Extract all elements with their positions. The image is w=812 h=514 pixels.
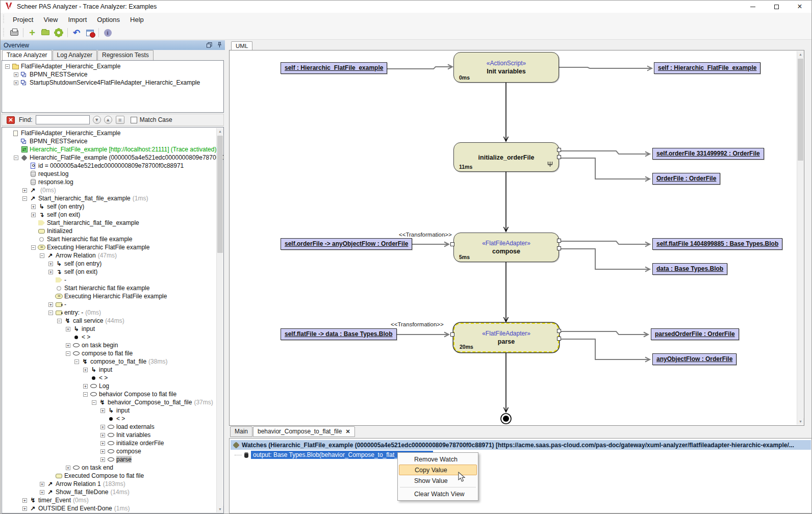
collapse-icon[interactable]: −	[48, 311, 53, 315]
object-node-compose-input[interactable]: self.orderFile -> anyObjectFlow : OrderF…	[281, 238, 412, 250]
tree-row[interactable]: −compose to flat file	[3, 349, 223, 357]
find-options-icon[interactable]: ≡	[116, 116, 124, 124]
object-node-self-in[interactable]: self : Hierarchic_FlatFile_example	[281, 62, 387, 74]
tree-row[interactable]: +↗Arrow Relation 1(183ms)	[3, 480, 223, 488]
tab-regression-tests[interactable]: Regression Tests	[97, 50, 154, 60]
tree-row[interactable]: ⇄Hierarchic_FlatFile_example [http://loc…	[3, 145, 223, 153]
toolbar-grip2[interactable]	[3, 28, 6, 37]
menu-item-clear-watch-view[interactable]: Clear Watch View	[399, 489, 477, 499]
object-node-data-blob[interactable]: data : Base Types.Blob	[652, 263, 727, 275]
scroll-up-icon[interactable]: ▲	[797, 51, 804, 58]
expand-icon[interactable]: +	[22, 188, 27, 193]
tree-row[interactable]: < >	[3, 415, 223, 423]
expand-icon[interactable]: +	[83, 368, 88, 372]
collapse-icon[interactable]: −	[74, 359, 79, 364]
expand-icon[interactable]: +	[48, 270, 53, 274]
tree-row[interactable]: +Init variables	[3, 431, 223, 439]
print-button[interactable]	[8, 27, 20, 38]
tree-row[interactable]: −Hierarchic_FlatFile_example (0000005a4e…	[3, 153, 223, 162]
expand-icon[interactable]: +	[100, 441, 105, 446]
info-button[interactable]: i	[102, 27, 114, 38]
tree-row[interactable]: BPMN_RESTService	[3, 137, 223, 145]
tree-row[interactable]: −↗Arrow Relation(47ms)	[3, 251, 223, 260]
tree-row[interactable]: −↯compose_to_flat_file(38ms)	[3, 357, 223, 366]
tree-row[interactable]: −FlatFileAdapter_Hierarchic_Example	[3, 62, 223, 70]
scrollbar-thumb[interactable]	[217, 136, 223, 253]
object-node-orderfile[interactable]: OrderFile : OrderFile	[652, 173, 720, 185]
action-node-initialize-orderfile[interactable]: initialize_orderFile 11ms	[453, 142, 559, 172]
tab-uml[interactable]: UML	[231, 41, 252, 50]
find-input[interactable]	[36, 115, 90, 124]
collapse-icon[interactable]: −	[66, 351, 70, 356]
expand-icon[interactable]: +	[66, 327, 70, 331]
tree-row[interactable]: id = 0000005a4e521edc0000000809e78700f0c…	[3, 162, 223, 170]
tree-row[interactable]: +↯timer_Event(0ms)	[3, 496, 223, 504]
trace-tree-scrollbar[interactable]: ▲ ▼	[216, 128, 223, 512]
tree-row[interactable]: Start hierarchic flat file example	[3, 284, 223, 292]
tree-row[interactable]: +↴self (on exit)	[3, 211, 223, 219]
expand-icon[interactable]: +	[100, 433, 105, 438]
object-node-parse-input[interactable]: self.flatFile -> data : Base Types.Blob	[281, 328, 397, 340]
scrollbar-thumb[interactable]	[798, 59, 803, 161]
menu-view[interactable]: View	[38, 14, 63, 25]
collapse-icon[interactable]: −	[92, 400, 96, 405]
tree-row[interactable]: < >	[3, 333, 223, 341]
expand-icon[interactable]: +	[100, 425, 105, 429]
watches-header[interactable]: Watches (Hierarchic_FlatFile_example (00…	[231, 440, 811, 450]
find-prev-icon[interactable]: ▲	[104, 116, 112, 124]
diagram-scrollbar[interactable]: ▲ ▼	[797, 51, 803, 425]
object-node-self-flatfile[interactable]: self.flatFile 1404899885 : Base Types.Bl…	[652, 238, 782, 250]
tree-row[interactable]: +↳self (on entry)	[3, 202, 223, 211]
tree-row[interactable]: +StartupShutdownService4FlatFileAdapter_…	[3, 79, 223, 87]
toolbar-grip[interactable]	[3, 15, 6, 24]
tree-row[interactable]: response.log	[3, 178, 223, 186]
collapse-icon[interactable]: −	[14, 156, 18, 160]
expand-icon[interactable]: +	[66, 343, 70, 348]
tree-row[interactable]: +↳input	[3, 325, 223, 333]
object-node-parsed-orderfile[interactable]: parsedOrderFile : OrderFile	[651, 328, 739, 340]
tab-log-analyzer[interactable]: Log Analyzer	[53, 50, 97, 60]
expand-icon[interactable]: +	[48, 262, 53, 266]
close-button[interactable]: ×	[788, 1, 811, 13]
expand-icon[interactable]: +	[40, 482, 44, 486]
collapse-icon[interactable]: −	[31, 245, 36, 250]
tree-row[interactable]: −behavior Compose to flat file	[3, 390, 223, 398]
menu-item-remove-watch[interactable]: Remove Watch	[399, 454, 477, 465]
expand-icon[interactable]: +	[14, 72, 18, 77]
tree-row[interactable]: −entry: -(0ms)	[3, 309, 223, 317]
doc-tab-behavior-compose-to-flat-file[interactable]: behavior_Compose_to_flat_file✕	[253, 426, 355, 437]
tab-trace-analyzer[interactable]: Trace Analyzer	[2, 50, 52, 60]
tree-row[interactable]: +parse	[3, 455, 223, 464]
scroll-down-icon[interactable]: ▼	[797, 418, 804, 425]
collapse-icon[interactable]: −	[40, 253, 44, 258]
tree-row[interactable]: +↴self (on exit)	[3, 268, 223, 276]
tree-row[interactable]: +on task end	[3, 464, 223, 472]
menu-import[interactable]: Import	[63, 14, 92, 25]
tree-row[interactable]: +↗Show_flat_fileDone(14ms)	[3, 488, 223, 496]
expand-icon[interactable]: +	[40, 490, 44, 495]
action-node-init-variables[interactable]: «ActionScript» Init variables 0ms	[453, 52, 559, 83]
expand-icon[interactable]: +	[100, 449, 105, 454]
collapse-icon[interactable]: −	[5, 64, 10, 69]
collapse-icon[interactable]: −	[83, 392, 88, 397]
expand-icon[interactable]: +	[31, 213, 36, 217]
menu-item-show-value[interactable]: Show Value	[399, 475, 477, 486]
find-next-icon[interactable]: ▼	[93, 116, 101, 124]
open-button[interactable]	[39, 27, 52, 38]
tree-row[interactable]: Start hierarchic flat file example	[3, 235, 223, 243]
menu-options[interactable]: Options	[92, 14, 125, 25]
tree-row[interactable]: +↳self (on entry)	[3, 260, 223, 268]
action-node-compose[interactable]: «FlatFileAdapter» compose 5ms	[453, 233, 559, 262]
tree-row[interactable]: −↯call service(44ms)	[3, 317, 223, 325]
expand-icon[interactable]: +	[100, 457, 105, 462]
tree-row[interactable]: −↯behavior_Compose_to_flat_file(37ms)	[3, 398, 223, 406]
tree-row[interactable]: +Log	[3, 382, 223, 390]
find-close-icon[interactable]: ✕	[7, 116, 15, 124]
expand-icon[interactable]: +	[48, 302, 53, 307]
tree-row[interactable]: Executed Compose to flat file	[3, 472, 223, 480]
expand-icon[interactable]: +	[83, 384, 88, 389]
tree-row[interactable]: Start_hierarchic_flat_file_example	[3, 219, 223, 227]
menu-help[interactable]: Help	[125, 14, 149, 25]
object-node-self-out[interactable]: self : Hierarchic_FlatFile_example	[654, 62, 760, 74]
match-case-checkbox[interactable]	[131, 117, 137, 123]
